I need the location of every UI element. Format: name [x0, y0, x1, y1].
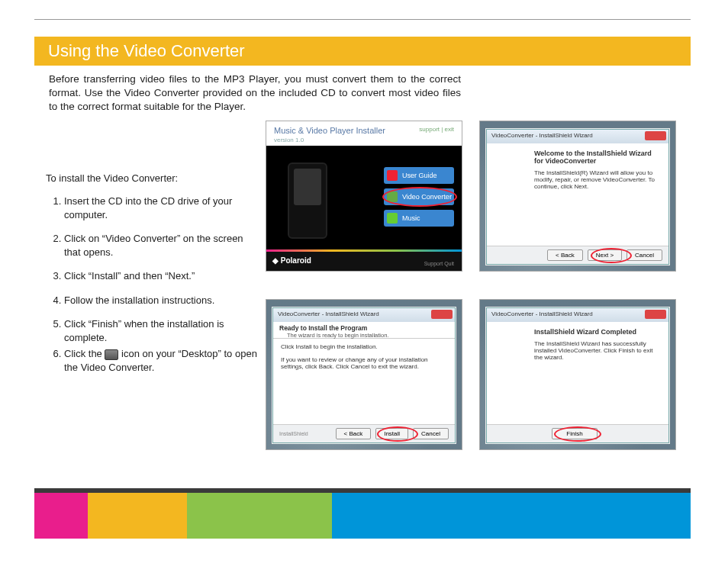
wizard-heading: Ready to Install the Program — [279, 324, 449, 332]
step-2: Click on “Video Converter” on the screen… — [64, 232, 259, 259]
book-icon — [387, 170, 398, 181]
highlight-circle-icon — [377, 426, 418, 442]
wizard-footer: InstallShield < Back Install Cancel — [273, 424, 455, 442]
user-guide-button[interactable]: User Guide — [384, 167, 454, 184]
installer-footer: ◆ Polaroid Support Quit — [266, 249, 462, 271]
step-3: Click “Install” and then “Next.” — [64, 269, 259, 283]
intro-paragraph: Before transferring video files to the M… — [49, 72, 461, 114]
screenshot-wizard-finish: VideoConverter - InstallShield Wizard In… — [479, 299, 676, 450]
section-title: Using the Video Converter — [48, 41, 245, 60]
wizard-title-text: VideoConverter - InstallShield Wizard — [278, 310, 379, 317]
step-1: Insert the CD into the CD drive of your … — [64, 195, 259, 221]
section-title-bar: Using the Video Converter — [34, 37, 691, 66]
cancel-button[interactable]: Cancel — [627, 249, 662, 261]
wizard-titlebar: VideoConverter - InstallShield Wizard — [487, 308, 668, 322]
polaroid-logo: ◆ Polaroid — [266, 256, 311, 265]
installer-body: User Guide Video Converter Music — [266, 146, 462, 251]
note-icon — [387, 213, 398, 224]
footer-color-bar — [34, 493, 691, 539]
wizard-body-text: The InstallShield(R) Wizard will allow y… — [534, 169, 662, 190]
screenshot-wizard-welcome: VideoConverter - InstallShield Wizard We… — [479, 121, 676, 272]
screenshot-cd-installer: Music & Video Player Installer version 1… — [266, 121, 462, 272]
highlight-circle-icon — [591, 248, 632, 263]
music-button[interactable]: Music — [384, 210, 454, 227]
installshield-brand: InstallShield — [279, 431, 308, 436]
color-strip — [266, 249, 462, 252]
installer-title: Music & Video Player Installer — [274, 126, 385, 135]
wizard-footer: Finish — [487, 424, 668, 442]
wizard-body: Ready to Install the Program The wizard … — [273, 322, 455, 424]
install-lead: To install the Video Converter: — [46, 172, 259, 184]
desktop-shortcut-icon — [105, 349, 118, 360]
installer-subtitle: version 1.0 — [274, 137, 304, 143]
screenshot-wizard-install: VideoConverter - InstallShield Wizard Re… — [266, 299, 462, 450]
page-top-rule — [34, 19, 691, 20]
cancel-button[interactable]: Cancel — [413, 428, 449, 439]
wizard-heading: InstallShield Wizard Completed — [534, 328, 662, 336]
mp3-player-graphic — [288, 162, 327, 239]
close-icon[interactable] — [431, 310, 453, 319]
color-blue — [332, 493, 691, 539]
step-6-pre: Click the — [64, 348, 102, 359]
wizard-footer: < Back Next > Cancel — [487, 246, 668, 264]
wizard-subheader: Ready to Install the Program The wizard … — [273, 322, 455, 339]
color-magenta — [34, 493, 88, 539]
back-button[interactable]: < Back — [547, 249, 583, 261]
wizard-window: VideoConverter - InstallShield Wizard Re… — [272, 307, 456, 443]
step-4: Follow the installation instructions. — [64, 294, 259, 307]
wizard-titlebar: VideoConverter - InstallShield Wizard — [487, 130, 668, 143]
instructions-column: To install the Video Converter: Insert t… — [46, 172, 259, 384]
back-button[interactable]: < Back — [336, 428, 372, 439]
wizard-title-text: VideoConverter - InstallShield Wizard — [491, 310, 593, 317]
highlight-circle-icon — [382, 187, 457, 207]
installer-header: Music & Video Player Installer version 1… — [266, 121, 462, 251]
wizard-window: VideoConverter - InstallShield Wizard In… — [486, 307, 669, 443]
wizard-title-text: VideoConverter - InstallShield Wizard — [491, 132, 593, 139]
highlight-circle-icon — [554, 426, 601, 442]
step-6: Click the icon on your “Desktop” to open… — [64, 347, 259, 374]
wizard-heading: Welcome to the InstallShield Wizard for … — [534, 150, 662, 165]
close-icon[interactable] — [645, 310, 666, 319]
install-steps-list: Insert the CD into the CD drive of your … — [46, 195, 259, 374]
wizard-line1: Click Install to begin the installation. — [281, 343, 449, 350]
wizard-window: VideoConverter - InstallShield Wizard We… — [486, 129, 669, 265]
wizard-line2: If you want to review or change any of y… — [281, 356, 449, 370]
user-guide-label: User Guide — [402, 172, 437, 179]
wizard-body-text: The InstallShield Wizard has successfull… — [534, 340, 662, 361]
wizard-titlebar: VideoConverter - InstallShield Wizard — [273, 308, 455, 322]
wizard-subheading: The wizard is ready to begin installatio… — [287, 332, 449, 339]
color-green — [187, 493, 332, 539]
color-yellow — [88, 493, 187, 539]
wizard-body: Welcome to the InstallShield Wizard for … — [487, 143, 668, 246]
installer-top-right: support | exit — [419, 126, 454, 133]
installer-footer-links: Support Quit — [424, 261, 454, 266]
music-label: Music — [402, 214, 420, 222]
wizard-body: InstallShield Wizard Completed The Insta… — [487, 322, 668, 424]
close-icon[interactable] — [645, 131, 666, 140]
step-5: Click “Finish” when the installation is … — [64, 317, 259, 344]
